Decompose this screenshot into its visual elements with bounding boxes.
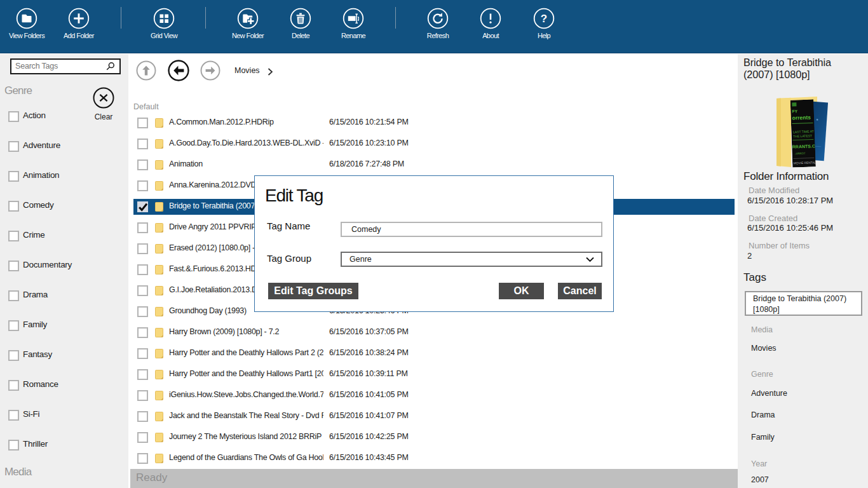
svg-text:THE LATEST: THE LATEST (793, 133, 812, 138)
svg-text:LAST TIME AT: LAST TIME AT (793, 129, 814, 133)
svg-text:FY: FY (792, 109, 798, 113)
svg-text:?: ? (541, 13, 547, 25)
svg-text:orrents: orrents (792, 114, 811, 121)
svg-text:· ARROT: · ARROT (794, 152, 806, 156)
